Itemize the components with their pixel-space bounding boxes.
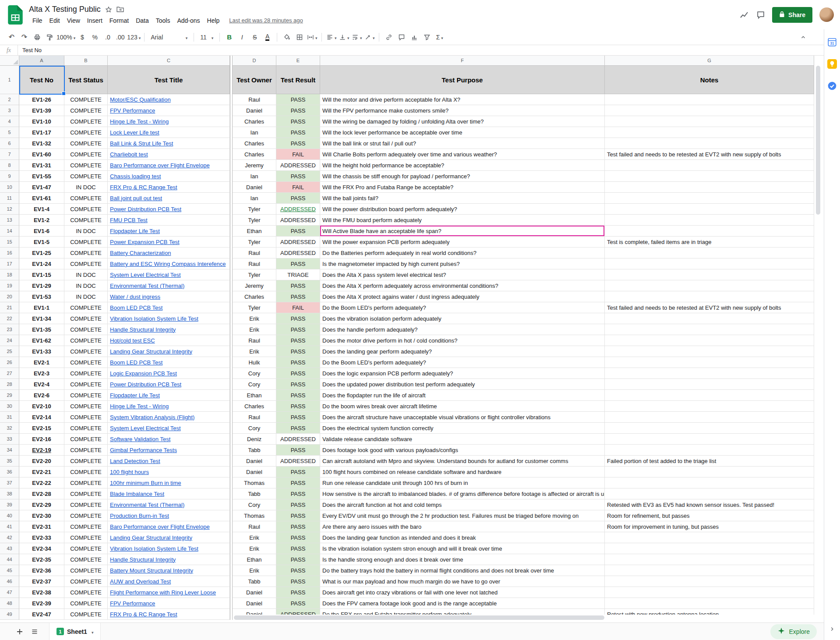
cell-test-result[interactable]: PASS	[276, 116, 320, 127]
cell-test-purpose[interactable]: Can aircraft autoland with Mpro and skyv…	[320, 456, 605, 467]
menu-file[interactable]: File	[29, 17, 46, 24]
cell-test-purpose[interactable]: Does the handle perform adequately?	[320, 324, 605, 335]
number-format-dropdown[interactable]: 123	[127, 31, 141, 43]
cell-notes[interactable]	[605, 488, 814, 499]
cell-test-no[interactable]: EV2-4	[19, 379, 64, 390]
cell-notes[interactable]	[605, 390, 814, 401]
horizontal-align-dropdown[interactable]	[325, 31, 337, 43]
cell-test-title[interactable]: AUW and Overload Test	[108, 576, 230, 587]
row-number[interactable]: 35	[0, 456, 19, 467]
cell-test-result[interactable]: PASS	[276, 105, 320, 116]
cell-test-no[interactable]: EV1-60	[19, 149, 64, 160]
cell-notes[interactable]	[605, 193, 814, 204]
sheets-logo-icon[interactable]	[8, 5, 23, 25]
cell-test-status[interactable]: COMPLETE	[64, 499, 108, 510]
menu-data[interactable]: Data	[132, 17, 152, 24]
formula-input[interactable]: Test No	[18, 45, 824, 55]
cell-test-no[interactable]: EV2-35	[19, 554, 64, 565]
row-number[interactable]: 11	[0, 193, 19, 204]
increase-decimal-button[interactable]: .00	[114, 31, 126, 43]
cell-test-owner[interactable]: Erik	[233, 532, 276, 543]
cell-test-owner[interactable]: Cory	[233, 423, 276, 434]
cell-test-title[interactable]: Power Distribution PCB Test	[108, 204, 230, 215]
cell-test-status[interactable]: COMPLETE	[64, 116, 108, 127]
cell-test-result[interactable]: PASS	[276, 346, 320, 357]
cell-test-title[interactable]: FPV Performance	[108, 105, 230, 116]
cell-test-owner[interactable]: Tabb	[233, 488, 276, 499]
cell-test-no[interactable]: EV1-34	[19, 313, 64, 324]
move-folder-icon[interactable]	[116, 6, 124, 13]
cell-test-purpose[interactable]: Will the FPV performance make customers …	[320, 105, 605, 116]
header-cell-test-result[interactable]: Test Result	[276, 66, 320, 94]
cell-test-status[interactable]: COMPLETE	[64, 357, 108, 368]
add-sheet-button[interactable]	[12, 624, 27, 639]
cell-test-no[interactable]: EV2-10	[19, 401, 64, 412]
cell-notes[interactable]: Room for refinement, but passes	[605, 510, 814, 521]
text-wrap-dropdown[interactable]	[351, 31, 363, 43]
cell-notes[interactable]: Test failed and needs to be retested at …	[605, 149, 814, 160]
cell-notes[interactable]	[605, 379, 814, 390]
cell-notes[interactable]	[605, 368, 814, 379]
row-number[interactable]: 30	[0, 401, 19, 412]
vertical-scrollbar-thumb[interactable]	[816, 66, 820, 215]
cell-test-result[interactable]: PASS	[276, 467, 320, 477]
row-number[interactable]: 37	[0, 477, 19, 488]
cell-test-status[interactable]: COMPLETE	[64, 258, 108, 269]
row-number[interactable]: 9	[0, 171, 19, 182]
cell-notes[interactable]	[605, 598, 814, 609]
cell-test-status[interactable]: COMPLETE	[64, 138, 108, 149]
cell-test-no[interactable]: EV2-28	[19, 488, 64, 499]
cell-test-owner[interactable]: Erik	[233, 313, 276, 324]
cell-test-status[interactable]: COMPLETE	[64, 543, 108, 554]
cell-test-title[interactable]: System Vibration Analysis (Flight)	[108, 412, 230, 423]
header-cell-test-no[interactable]: Test No	[19, 66, 64, 94]
cell-test-result[interactable]: PASS	[276, 368, 320, 379]
cell-test-purpose[interactable]: Run one release candidate unit through 1…	[320, 477, 605, 488]
cell-test-owner[interactable]: Cory	[233, 499, 276, 510]
cell-test-owner[interactable]: Tyler	[233, 302, 276, 313]
cell-notes[interactable]	[605, 576, 814, 587]
menu-help[interactable]: Help	[204, 17, 223, 24]
horizontal-scrollbar-thumb[interactable]	[234, 615, 604, 620]
cell-notes[interactable]: Retested with EV3 as EV5 had known senso…	[605, 499, 814, 510]
cell-test-result[interactable]: PASS	[276, 587, 320, 598]
cell-notes[interactable]	[605, 554, 814, 565]
row-number[interactable]: 26	[0, 357, 19, 368]
cell-test-title[interactable]: Flopdapter Life Test	[108, 390, 230, 401]
cell-test-status[interactable]: COMPLETE	[64, 248, 108, 258]
cell-test-purpose[interactable]: Will the FMU board perform adequately	[320, 215, 605, 226]
cell-test-no[interactable]: EV1-25	[19, 248, 64, 258]
insert-chart-button[interactable]	[408, 31, 420, 43]
cell-test-no[interactable]: EV2-22	[19, 477, 64, 488]
cell-test-purpose[interactable]: Does the aircraft structure have unaccep…	[320, 412, 605, 423]
cell-test-result[interactable]: ADDRESSED	[276, 215, 320, 226]
cell-test-purpose[interactable]: Will the motor and drive perform accepta…	[320, 94, 605, 105]
cell-test-status[interactable]: COMPLETE	[64, 193, 108, 204]
row-number[interactable]: 21	[0, 302, 19, 313]
cell-test-owner[interactable]: Daniel	[233, 456, 276, 467]
filter-button[interactable]	[421, 31, 433, 43]
vertical-align-dropdown[interactable]	[338, 31, 350, 43]
keep-icon[interactable]	[827, 59, 837, 69]
cell-test-result[interactable]: TRIAGE	[276, 269, 320, 280]
cell-test-owner[interactable]: Daniel	[233, 467, 276, 477]
cell-test-no[interactable]: EV1-5	[19, 237, 64, 248]
column-header-g[interactable]: G	[605, 56, 814, 66]
insert-comment-button[interactable]	[395, 31, 407, 43]
cell-test-title[interactable]: Software Validation Test	[108, 434, 230, 445]
cell-notes[interactable]	[605, 532, 814, 543]
collapse-toolbar-button[interactable]	[797, 31, 809, 43]
cell-test-status[interactable]: COMPLETE	[64, 445, 108, 456]
cell-test-status[interactable]: IN DOC	[64, 226, 108, 237]
cell-test-status[interactable]: COMPLETE	[64, 149, 108, 160]
cell-test-title[interactable]: FPV Performance	[108, 598, 230, 609]
cell-test-no[interactable]: EV2-30	[19, 510, 64, 521]
cell-test-result[interactable]: PASS	[276, 193, 320, 204]
cell-test-status[interactable]: COMPLETE	[64, 609, 108, 620]
cell-test-title[interactable]: Production Burn-in Test	[108, 510, 230, 521]
column-header-f[interactable]: F	[320, 56, 605, 66]
cell-test-title[interactable]: Vibration Isolation System Life Test	[108, 543, 230, 554]
cell-test-result[interactable]: PASS	[276, 335, 320, 346]
cell-test-owner[interactable]: Ian	[233, 127, 276, 138]
cell-test-no[interactable]: EV1-15	[19, 269, 64, 280]
